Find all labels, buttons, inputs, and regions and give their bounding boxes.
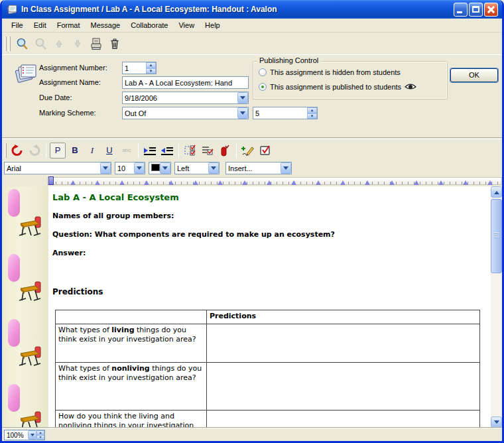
- search-button[interactable]: [13, 35, 31, 52]
- stepper-down-icon[interactable]: ▼: [146, 68, 156, 74]
- title-bar[interactable]: In Class Assignment / Lab A - A Local Ec…: [2, 0, 502, 19]
- insert-select[interactable]: Insert...: [225, 162, 292, 174]
- names-line[interactable]: Names of all group members:: [52, 212, 174, 220]
- answer-line[interactable]: Answer:: [52, 249, 86, 257]
- minimize-button[interactable]: [454, 3, 468, 17]
- document-body[interactable]: Lab A - A Local Ecosystem Names of all g…: [48, 186, 491, 428]
- chevron-down-icon[interactable]: [28, 430, 36, 440]
- chevron-down-icon[interactable]: [237, 107, 248, 119]
- alignment-select[interactable]: Left: [174, 162, 220, 174]
- question-cell[interactable]: What types of living things do you think…: [56, 324, 207, 363]
- search-edit-button[interactable]: [32, 35, 49, 52]
- tab-stop-marker[interactable]: [389, 178, 395, 185]
- scroll-down-button[interactable]: [491, 416, 502, 428]
- zoom-up-icon[interactable]: ▲: [36, 430, 44, 435]
- header-cell-empty[interactable]: [56, 310, 207, 324]
- vertical-scrollbar[interactable]: [491, 186, 502, 428]
- tab-stop-marker[interactable]: [144, 178, 149, 185]
- paragraph-style-button[interactable]: P: [50, 143, 66, 158]
- move-up-button[interactable]: [50, 35, 68, 52]
- stepper-up-icon[interactable]: ▲: [146, 62, 156, 68]
- menu-edit[interactable]: Edit: [29, 20, 52, 31]
- insert-button-control-button[interactable]: [217, 143, 233, 158]
- answer-cell[interactable]: [207, 363, 480, 411]
- tab-stop-marker[interactable]: [316, 178, 321, 185]
- font-color-select[interactable]: [149, 162, 171, 174]
- maximize-button[interactable]: [469, 3, 483, 17]
- toolbar-grip[interactable]: [5, 143, 7, 158]
- radio-published-option[interactable]: This assignment is published to students: [259, 83, 416, 91]
- zoom-control[interactable]: 100% ▲▼: [4, 430, 45, 440]
- question-cell[interactable]: How do you think the living and nonlivin…: [56, 411, 207, 428]
- answer-cell[interactable]: [207, 411, 480, 428]
- undo-button[interactable]: [9, 143, 25, 158]
- italic-button[interactable]: I: [84, 143, 100, 158]
- ok-button[interactable]: OK: [450, 68, 498, 82]
- scroll-up-button[interactable]: [491, 186, 502, 198]
- tab-stop-marker[interactable]: [487, 178, 493, 185]
- redo-button[interactable]: [27, 143, 42, 158]
- insert-checklist-button[interactable]: [200, 143, 216, 158]
- menu-format[interactable]: Format: [52, 20, 86, 31]
- tab-stop-marker[interactable]: [70, 178, 76, 185]
- header-cell-predictions[interactable]: Predictions: [207, 310, 480, 324]
- tab-stop-marker[interactable]: [95, 178, 100, 185]
- plain-text-button[interactable]: abc: [119, 143, 135, 158]
- marking-scheme-select[interactable]: Out Of: [122, 107, 249, 119]
- stepper-down-icon[interactable]: ▼: [307, 113, 317, 119]
- due-date-select[interactable]: 9/18/2006: [122, 92, 249, 104]
- chevron-down-icon[interactable]: [100, 162, 111, 174]
- scrollbar-thumb[interactable]: [491, 199, 502, 273]
- delete-button[interactable]: [106, 35, 123, 52]
- menu-message[interactable]: Message: [86, 20, 126, 31]
- tab-stop-marker[interactable]: [218, 178, 223, 185]
- marking-out-of-stepper[interactable]: 5 ▲▼: [253, 107, 318, 119]
- chevron-down-icon[interactable]: [134, 162, 145, 174]
- toolbar-grip[interactable]: [5, 36, 7, 51]
- tab-stop-marker[interactable]: [168, 178, 174, 185]
- radio-unselected-icon[interactable]: [259, 68, 267, 76]
- close-button[interactable]: [484, 3, 498, 17]
- bold-button[interactable]: B: [67, 143, 83, 158]
- question-cell[interactable]: What types of nonliving things do you th…: [56, 363, 207, 411]
- chevron-down-icon[interactable]: [281, 162, 291, 174]
- indent-marker[interactable]: [48, 176, 54, 185]
- answer-cell[interactable]: [207, 324, 480, 363]
- tab-stop-marker[interactable]: [267, 178, 272, 185]
- tab-stop-marker[interactable]: [119, 178, 125, 185]
- tab-stop-marker[interactable]: [340, 178, 346, 185]
- tab-stop-marker[interactable]: [463, 178, 468, 185]
- predictions-heading[interactable]: Predictions: [52, 287, 103, 296]
- assignment-name-field[interactable]: Lab A - A Local Ecosystem: Hand: [122, 76, 249, 89]
- print-button[interactable]: [88, 35, 105, 52]
- font-family-select[interactable]: Arial: [4, 162, 111, 174]
- tab-stop-marker[interactable]: [414, 178, 419, 185]
- move-down-button[interactable]: [69, 35, 86, 52]
- radio-selected-icon[interactable]: [259, 83, 267, 91]
- indent-increase-button[interactable]: [142, 143, 158, 158]
- underline-button[interactable]: U: [101, 143, 117, 158]
- assignment-number-stepper[interactable]: 1 ▲▼: [122, 62, 157, 74]
- insert-signature-button[interactable]: [240, 143, 256, 158]
- menu-view[interactable]: View: [173, 20, 200, 31]
- question-line[interactable]: Question: What components are required t…: [52, 230, 335, 239]
- approve-button[interactable]: [257, 143, 273, 158]
- tab-stop-marker[interactable]: [242, 178, 247, 185]
- chevron-down-icon[interactable]: [160, 162, 170, 174]
- zoom-down-icon[interactable]: ▼: [36, 435, 44, 440]
- menu-file[interactable]: File: [6, 20, 29, 31]
- radio-hidden-option[interactable]: This assignment is hidden from students: [259, 68, 401, 76]
- chevron-down-icon[interactable]: [237, 92, 248, 103]
- font-size-select[interactable]: 10: [115, 162, 145, 174]
- tab-stop-marker[interactable]: [193, 178, 198, 185]
- stepper-up-icon[interactable]: ▲: [307, 107, 317, 113]
- menu-help[interactable]: Help: [200, 20, 225, 31]
- menu-collaborate[interactable]: Collaborate: [125, 20, 173, 31]
- indent-decrease-button[interactable]: [159, 143, 175, 158]
- chevron-down-icon[interactable]: [208, 162, 219, 174]
- tab-stop-marker[interactable]: [438, 178, 444, 185]
- tab-stop-marker[interactable]: [291, 178, 296, 185]
- insert-checkbox-group-button[interactable]: [182, 143, 198, 158]
- document-heading[interactable]: Lab A - A Local Ecosystem: [52, 192, 179, 202]
- tab-stop-marker[interactable]: [365, 178, 370, 185]
